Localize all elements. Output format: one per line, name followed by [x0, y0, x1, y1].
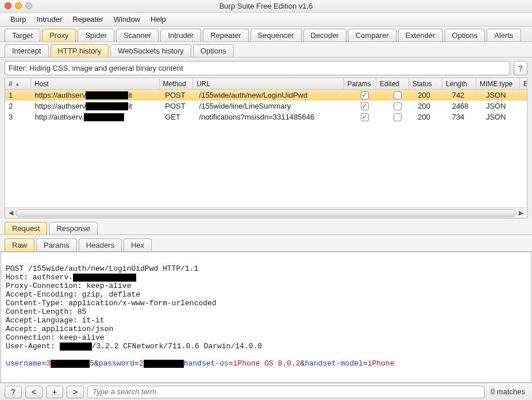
match-count: 0 matches: [488, 387, 527, 396]
close-window-button[interactable]: [5, 2, 11, 9]
menu-burp[interactable]: Burp: [6, 14, 30, 25]
next-button[interactable]: >: [67, 386, 84, 398]
tab-proxy[interactable]: Proxy: [42, 29, 76, 41]
param-value: 2: [139, 359, 144, 368]
raw-request-editor[interactable]: POST /155wide/auth/new/LoginUidPwd HTTP/…: [1, 252, 531, 383]
redacted-icon: [51, 360, 90, 368]
cell-mime: JSON: [483, 111, 527, 122]
cell-edited: [381, 90, 414, 101]
tab-sequencer[interactable]: Sequencer: [250, 29, 302, 41]
help-button[interactable]: ?: [5, 386, 22, 398]
param-value: iPhone: [368, 359, 395, 368]
param-name: handset-os: [184, 359, 229, 368]
col-status[interactable]: Status: [409, 78, 443, 89]
raw-text: =: [363, 359, 368, 368]
tab-intruder[interactable]: Intruder: [160, 29, 201, 41]
checkbox-checked-icon: ✓: [361, 102, 369, 110]
subtab-http-history[interactable]: HTTP history: [51, 44, 109, 57]
scroll-left-icon[interactable]: ◀: [9, 209, 13, 217]
prev-button[interactable]: <: [25, 386, 43, 398]
col-length[interactable]: Length: [442, 78, 476, 89]
minimize-window-button[interactable]: [15, 2, 22, 9]
cell-method: POST: [161, 101, 195, 111]
tab-raw[interactable]: Raw: [5, 239, 34, 251]
col-method[interactable]: Method: [160, 78, 194, 89]
raw-text: =: [229, 359, 233, 368]
footer-bar: ? < + > 0 matches: [0, 383, 532, 400]
tab-scanner[interactable]: Scanner: [116, 29, 159, 41]
tab-params[interactable]: Params: [36, 239, 77, 251]
table-row[interactable]: 3 http://authserv. GET /notifications?ms…: [5, 111, 527, 122]
cell-status: 200: [414, 90, 448, 101]
host-suffix: it: [128, 102, 132, 110]
menu-intruder[interactable]: Intruder: [32, 14, 67, 25]
table-row[interactable]: 1 https://authservit POST /155wide/auth/…: [5, 90, 527, 101]
host-suffix: it: [128, 91, 132, 99]
help-button[interactable]: ?: [514, 61, 527, 75]
window-title: Burp Suite Free Edition v1.6: [5, 2, 527, 10]
cell-url: /notifications?msisdn=3311485646: [196, 111, 349, 122]
zoom-window-button[interactable]: [25, 2, 32, 9]
filter-bar: Filter: Hiding CSS, image and general bi…: [5, 61, 527, 75]
col-edited[interactable]: Edited: [376, 78, 409, 89]
checkbox-checked-icon: ✓: [361, 113, 369, 121]
tab-decoder[interactable]: Decoder: [303, 29, 346, 41]
cell-length: 2468: [449, 101, 483, 111]
proxy-subtabs: Intercept HTTP history WebSockets histor…: [0, 42, 532, 57]
menu-repeater[interactable]: Repeater: [68, 14, 107, 25]
redacted-icon: [86, 102, 128, 110]
tab-comparer[interactable]: Comparer: [348, 29, 396, 41]
cell-params: ✓: [349, 101, 381, 111]
raw-line: Accept-Language: it-it: [6, 316, 105, 325]
menu-help[interactable]: Help: [146, 14, 171, 25]
subtab-options[interactable]: Options: [193, 44, 234, 57]
raw-body: username=35&password=2handset-os=iPhone …: [6, 359, 394, 368]
menu-window[interactable]: Window: [109, 14, 145, 25]
host-prefix: https://authserv: [35, 91, 86, 99]
subtab-intercept[interactable]: Intercept: [5, 44, 49, 57]
subtab-websockets-history[interactable]: WebSockets history: [110, 44, 191, 57]
cell-method: POST: [161, 90, 195, 101]
param-value: 3: [46, 359, 51, 368]
raw-line: Accept-Encoding: gzip, deflate: [6, 290, 140, 299]
cell-number: 3: [5, 111, 32, 122]
tab-headers[interactable]: Headers: [79, 239, 122, 251]
tab-spider[interactable]: Spider: [78, 29, 114, 41]
tab-target[interactable]: Target: [5, 29, 40, 41]
raw-line: Host: authserv.: [6, 273, 136, 282]
view-tabs: Raw Params Headers Hex: [0, 235, 532, 252]
main-tabs: Target Proxy Spider Scanner Intruder Rep…: [0, 26, 532, 42]
tab-options[interactable]: Options: [445, 29, 485, 41]
cell-params: ✓: [349, 111, 381, 122]
tab-extender[interactable]: Extender: [398, 29, 443, 41]
cell-status: 200: [414, 101, 448, 111]
tab-alerts[interactable]: Alerts: [487, 29, 521, 41]
cell-host: https://authservit: [32, 101, 162, 111]
add-button[interactable]: +: [46, 386, 63, 398]
col-url[interactable]: URL: [193, 78, 344, 89]
scroll-track[interactable]: [16, 209, 516, 217]
cell-number: 1: [5, 90, 32, 101]
col-host[interactable]: Host: [31, 78, 160, 89]
history-table: #▲ Host Method URL Params Edited Status …: [5, 78, 527, 218]
cell-mime: JSON: [483, 90, 527, 101]
redacted-icon: [60, 343, 92, 351]
col-mime[interactable]: MIME type: [476, 78, 520, 89]
table-body[interactable]: 1 https://authservit POST /155wide/auth/…: [5, 90, 527, 207]
tab-response[interactable]: Response: [49, 222, 98, 234]
tab-hex[interactable]: Hex: [124, 239, 152, 251]
raw-text: /3.2.2 CFNetwork/711.0.6 Darwin/14.0.0: [92, 342, 262, 351]
param-name: handset-model: [304, 359, 363, 368]
col-number[interactable]: #▲: [5, 78, 31, 89]
filter-box[interactable]: Filter: Hiding CSS, image and general bi…: [5, 61, 510, 75]
title-bar: Burp Suite Free Edition v1.6: [0, 0, 532, 13]
tab-repeater[interactable]: Repeater: [203, 29, 248, 41]
col-params[interactable]: Params: [344, 78, 376, 89]
horizontal-scrollbar[interactable]: ◀ ▶: [5, 207, 527, 218]
col-extra[interactable]: E: [520, 78, 527, 89]
scroll-thumb[interactable]: [17, 210, 515, 216]
scroll-right-icon[interactable]: ▶: [519, 209, 523, 217]
table-row[interactable]: 2 https://authservit POST /155wide/line/…: [5, 101, 527, 111]
tab-request[interactable]: Request: [5, 222, 47, 234]
search-input[interactable]: [87, 386, 485, 398]
